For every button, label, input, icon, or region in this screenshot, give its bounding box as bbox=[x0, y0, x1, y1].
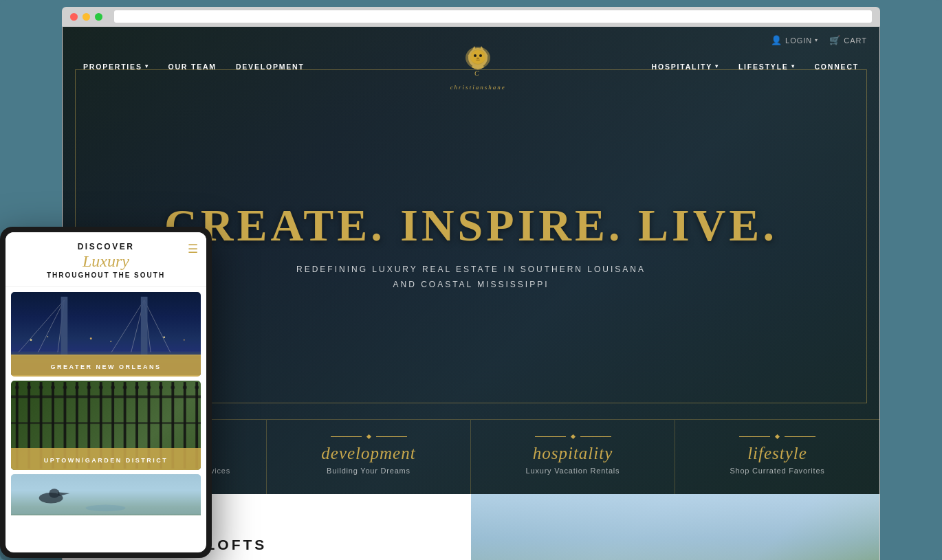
nav-right: HOSPITALITY▾ LIFESTYLE▾ CONNECT bbox=[652, 63, 859, 71]
category-lifestyle[interactable]: lifestyle Shop Currated Favorites bbox=[675, 420, 879, 494]
tablet-region-uptown[interactable]: UPTOWN/GARDEN DISTRICT bbox=[11, 381, 201, 470]
login-button[interactable]: 👤 LOGIN ▾ bbox=[771, 35, 818, 45]
cart-button[interactable]: 🛒 CART bbox=[829, 35, 867, 45]
hero-headline: CREATE. INSPIRE. LIVE. bbox=[144, 201, 798, 251]
svg-point-34 bbox=[85, 504, 125, 511]
svg-line-9 bbox=[38, 300, 65, 352]
tablet-screen: ☰ DISCOVER Luxury THROUGHOUT THE SOUTH bbox=[6, 232, 206, 552]
tablet-header: ☰ DISCOVER Luxury THROUGHOUT THE SOUTH bbox=[6, 232, 206, 287]
svg-line-8 bbox=[18, 300, 65, 352]
svg-point-3 bbox=[470, 50, 485, 64]
category-development-desc: Building Your Dreams bbox=[281, 467, 457, 475]
svg-rect-16 bbox=[61, 297, 68, 357]
svg-point-21 bbox=[90, 337, 92, 339]
tablet-region-label-1: GREATER NEW ORLEANS bbox=[11, 355, 201, 377]
browser-dot-yellow[interactable] bbox=[83, 13, 90, 21]
svg-line-14 bbox=[144, 300, 171, 352]
tablet-region-label-2: UPTOWN/GARDEN DISTRICT bbox=[11, 448, 201, 470]
svg-rect-30 bbox=[11, 422, 201, 424]
category-lifestyle-desc: Shop Currated Favorites bbox=[689, 467, 866, 475]
category-development-title: development bbox=[281, 444, 457, 463]
svg-text:C: C bbox=[474, 69, 479, 77]
nav-hospitality[interactable]: HOSPITALITY▾ bbox=[652, 63, 719, 71]
main-nav: PROPERTIES▾ OUR TEAM DEVELOPMENT bbox=[63, 27, 879, 106]
site-logo[interactable]: C christianshane bbox=[450, 43, 506, 91]
category-hospitality-desc: Luxury Vacation Rentals bbox=[485, 467, 661, 475]
svg-point-23 bbox=[163, 336, 165, 338]
browser-dot-green[interactable] bbox=[95, 13, 102, 21]
nav-our-team[interactable]: OUR TEAM bbox=[168, 63, 217, 71]
tablet-region-new-orleans[interactable]: GREATER NEW ORLEANS bbox=[11, 292, 201, 377]
svg-point-19 bbox=[30, 339, 32, 341]
nav-left: PROPERTIES▾ OUR TEAM DEVELOPMENT bbox=[83, 63, 305, 71]
top-right-nav: 👤 LOGIN ▾ 🛒 CART bbox=[771, 35, 867, 45]
tablet-discover-label: DISCOVER bbox=[15, 242, 197, 251]
hero-subtitle: REDEFINING LUXURY REAL ESTATE IN SOUTHER… bbox=[144, 262, 798, 292]
svg-point-24 bbox=[184, 339, 185, 341]
tablet-luxury-label: Luxury bbox=[15, 251, 197, 271]
svg-point-33 bbox=[49, 489, 59, 498]
nav-connect[interactable]: CONNECT bbox=[814, 63, 859, 71]
nav-development[interactable]: DEVELOPMENT bbox=[236, 63, 305, 71]
browser-dot-red[interactable] bbox=[70, 13, 78, 21]
featured-image bbox=[471, 494, 879, 560]
logo-brand-name: christianshane bbox=[450, 84, 506, 91]
svg-rect-17 bbox=[141, 297, 148, 357]
svg-point-5 bbox=[479, 54, 482, 57]
tablet-device: ☰ DISCOVER Luxury THROUGHOUT THE SOUTH bbox=[0, 227, 212, 558]
tablet-throughout-label: THROUGHOUT THE SOUTH bbox=[15, 271, 197, 279]
svg-line-11 bbox=[111, 300, 144, 352]
lion-icon: C bbox=[458, 43, 498, 82]
svg-point-4 bbox=[474, 54, 477, 57]
svg-rect-29 bbox=[11, 395, 201, 398]
hero-content: CREATE. INSPIRE. LIVE. REDEFINING LUXURY… bbox=[144, 201, 798, 293]
tablet-menu-icon[interactable]: ☰ bbox=[188, 242, 198, 256]
svg-point-6 bbox=[477, 57, 479, 59]
category-development[interactable]: development Building Your Dreams bbox=[267, 420, 471, 494]
category-lifestyle-title: lifestyle bbox=[689, 444, 866, 463]
category-hospitality[interactable]: hospitality Luxury Vacation Rentals bbox=[471, 420, 675, 494]
nav-properties[interactable]: PROPERTIES▾ bbox=[83, 63, 149, 71]
nav-lifestyle[interactable]: LIFESTYLE▾ bbox=[738, 63, 796, 71]
svg-point-22 bbox=[110, 340, 111, 341]
tablet-region-partial[interactable] bbox=[11, 474, 201, 515]
svg-point-20 bbox=[47, 336, 48, 337]
category-hospitality-title: hospitality bbox=[485, 444, 661, 463]
